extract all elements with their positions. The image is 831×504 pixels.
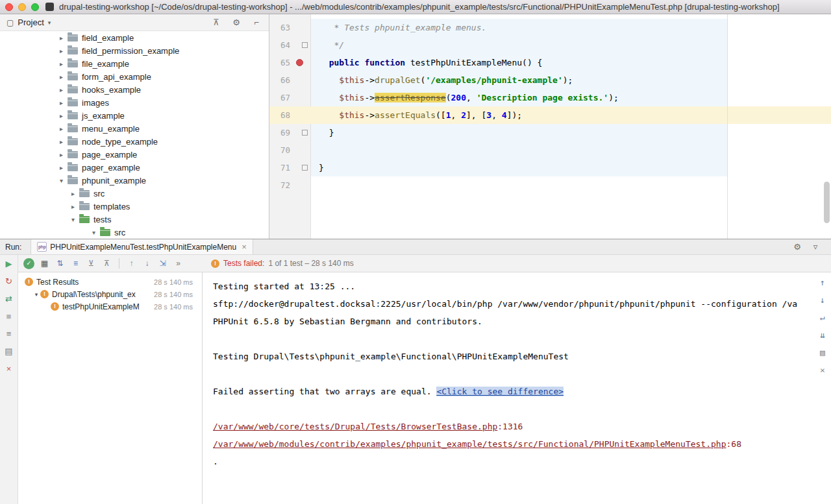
hide-panel-icon[interactable]: ⌐ [251, 17, 262, 29]
sort-alphabetically-button[interactable]: ⇅ [55, 258, 66, 269]
file-link[interactable]: /var/www/web/modules/contrib/examples/ph… [213, 439, 726, 449]
test-history-button[interactable]: ≡ [4, 329, 14, 339]
expand-all-button[interactable]: ⊻ [86, 258, 97, 269]
project-tree-item[interactable]: ▸page_example [0, 148, 269, 161]
chevron-down-icon[interactable]: ▾ [32, 291, 40, 298]
project-tree-item[interactable]: ▸menu_example [0, 122, 269, 135]
project-tree-item[interactable]: ▸hooks_example [0, 83, 269, 96]
fold-marker-icon[interactable] [294, 124, 311, 141]
editor-line[interactable]: 69 } [269, 124, 831, 141]
minimize-window-button[interactable] [18, 3, 26, 11]
test-tree-item[interactable]: !testPhpUnitExampleM28 s 140 ms [18, 300, 202, 313]
console-line: PHPUnit 6.5.8 by Sebastian Bergmann and … [213, 313, 812, 330]
editor-line[interactable]: 65 public function testPhpUnitExampleMen… [269, 54, 831, 71]
project-tree-item[interactable]: ▸pager_example [0, 161, 269, 174]
chevron-down-icon[interactable]: ▾ [69, 216, 77, 223]
close-button[interactable]: × [4, 364, 14, 374]
file-link[interactable]: /var/www/web/core/tests/Drupal/Tests/Bro… [213, 422, 497, 431]
close-tab-icon[interactable]: × [242, 242, 247, 252]
project-tree-item[interactable]: ▸file_example [0, 57, 269, 70]
console-line: /var/www/web/core/tests/Drupal/Tests/Bro… [213, 418, 812, 435]
editor-line[interactable]: 64 */ [269, 36, 831, 54]
project-tree-item[interactable]: ▾tests [0, 213, 269, 226]
folder-icon [79, 203, 90, 210]
chevron-right-icon[interactable]: ▸ [57, 125, 66, 132]
chevron-down-icon[interactable]: ▾ [57, 177, 66, 184]
console[interactable]: Testing started at 13:25 ...sftp://docke… [203, 272, 831, 504]
show-ignored-button[interactable]: ▦ [39, 258, 50, 269]
project-tree-item[interactable]: ▸src [0, 187, 269, 200]
scroll-to-end-button[interactable]: ⇊ [817, 330, 828, 341]
project-tree-item[interactable]: ▾src [0, 226, 269, 239]
line-number-ref: :1316 [497, 422, 523, 431]
down-stack-trace-button[interactable]: ↓ [817, 295, 828, 306]
restore-layout-button[interactable]: ▤ [4, 346, 14, 357]
chevron-right-icon[interactable]: ▸ [57, 60, 66, 67]
settings-gear-icon[interactable]: ⚙ [230, 17, 242, 29]
more-actions-button[interactable]: » [173, 258, 184, 269]
chevron-right-icon[interactable]: ▸ [57, 99, 66, 106]
collapse-all-icon[interactable]: ⊼ [210, 17, 222, 29]
project-tree-item[interactable]: ▾phpunit_example [0, 174, 269, 187]
show-passed-button[interactable]: ✓ [23, 258, 34, 269]
project-tree-item[interactable]: ▸js_example [0, 109, 269, 122]
chevron-right-icon[interactable]: ▸ [69, 190, 77, 197]
red-test-marker-icon [296, 59, 303, 66]
project-tree-item[interactable]: ▸field_permission_example [0, 44, 269, 57]
chevron-right-icon[interactable]: ▸ [57, 47, 66, 54]
fold-marker-icon[interactable] [294, 36, 311, 54]
project-tree-item[interactable]: ▸images [0, 96, 269, 109]
project-item-label: src [114, 228, 125, 237]
folder-icon [68, 34, 78, 42]
project-tree-item[interactable]: ▸form_api_example [0, 70, 269, 83]
up-stack-trace-button[interactable]: ↑ [817, 278, 828, 288]
editor-line[interactable]: 67 $this->assertResponse(200, 'Descripti… [269, 89, 831, 106]
rerun-failed-tests-button[interactable]: ↻ [4, 276, 14, 287]
test-tree-item[interactable]: ▾!Drupal\Tests\phpunit_ex28 s 140 ms [18, 288, 202, 300]
chevron-right-icon[interactable]: ▸ [57, 73, 66, 80]
chevron-right-icon[interactable]: ▸ [57, 164, 66, 171]
next-failed-test-button[interactable]: ↓ [142, 258, 153, 269]
editor-line[interactable]: 70 [269, 141, 831, 159]
project-tree-item[interactable]: ▸field_example [0, 31, 269, 44]
close-window-button[interactable] [5, 3, 13, 11]
hide-window-icon[interactable]: ▿ [809, 242, 822, 252]
test-tree-item[interactable]: !Test Results28 s 140 ms [18, 276, 202, 288]
stop-button[interactable]: ■ [4, 311, 14, 322]
chevron-right-icon[interactable]: ▸ [57, 151, 66, 158]
settings-gear-icon[interactable]: ⚙ [791, 242, 804, 252]
chevron-right-icon[interactable]: ▸ [57, 112, 66, 119]
run-tab[interactable]: php PHPUnitExampleMenuTest.testPhpUnitEx… [31, 239, 253, 254]
editor-line[interactable]: 71} [269, 159, 831, 176]
toggle-auto-test-button[interactable]: ⇄ [4, 294, 14, 304]
failed-test-gutter-icon[interactable] [294, 54, 311, 71]
chevron-right-icon[interactable]: ▸ [69, 203, 77, 210]
collapse-all-button[interactable]: ⊼ [101, 258, 112, 269]
chevron-right-icon[interactable]: ▸ [57, 138, 66, 145]
print-button[interactable]: ▤ [817, 348, 828, 358]
project-panel-title[interactable]: Project [18, 18, 43, 27]
rerun-button[interactable]: ▶ [4, 259, 14, 269]
project-tree-item[interactable]: ▸templates [0, 200, 269, 213]
zoom-window-button[interactable] [31, 3, 39, 11]
editor-line[interactable]: 68 $this->assertEquals([1, 2], [3, 4]); [269, 106, 831, 124]
project-item-label: pager_example [82, 163, 140, 173]
folder-icon [68, 73, 78, 80]
sort-by-duration-button[interactable]: ≡ [70, 258, 81, 269]
chevron-right-icon[interactable]: ▸ [57, 34, 66, 42]
editor-line[interactable]: 66 $this->drupalGet('/examples/phpunit-e… [269, 71, 831, 89]
editor-line[interactable]: 63 * Tests phpunit_example menus. [269, 19, 831, 36]
previous-failed-test-button[interactable]: ↑ [126, 258, 137, 269]
chevron-down-icon[interactable]: ▾ [48, 19, 51, 26]
editor-scrollbar[interactable] [824, 182, 830, 223]
project-tree-item[interactable]: ▸node_type_example [0, 135, 269, 148]
editor[interactable]: 63 * Tests phpunit_example menus.64 */65… [269, 14, 831, 239]
import-test-results-button[interactable]: ⇲ [157, 258, 168, 269]
clear-all-button[interactable]: × [817, 365, 828, 376]
soft-wrap-button[interactable]: ↵ [817, 313, 828, 323]
fold-marker-icon[interactable] [294, 159, 311, 176]
diff-link[interactable]: <Click to see difference> [436, 387, 564, 396]
editor-line[interactable]: 72 [269, 176, 831, 194]
chevron-down-icon[interactable]: ▾ [90, 229, 98, 236]
chevron-right-icon[interactable]: ▸ [57, 86, 66, 93]
